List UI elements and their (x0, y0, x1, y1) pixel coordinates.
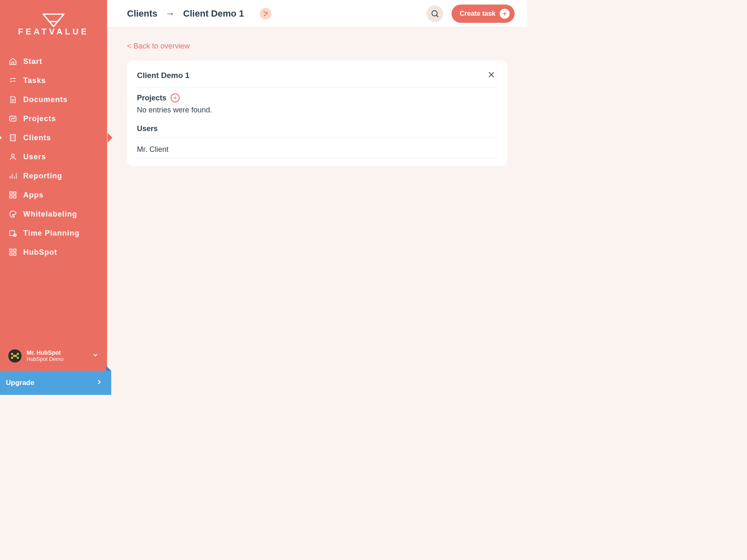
sidebar-item-clients[interactable]: Clients (0, 128, 107, 147)
projects-label: Projects (137, 94, 166, 102)
create-task-button[interactable]: Create task (452, 5, 515, 23)
breadcrumb: Clients → Client Demo 1 (127, 8, 271, 19)
user-meta: Mr. HubSpot HubSpot Demo (27, 349, 63, 363)
create-task-label: Create task (460, 10, 496, 17)
projects-section: Projects No entries were found. (137, 88, 497, 119)
breadcrumb-current: Client Demo 1 (183, 8, 244, 19)
user-name: Mr. HubSpot (27, 349, 63, 356)
search-button[interactable] (427, 5, 443, 22)
card-title: Client Demo 1 (137, 71, 190, 80)
calendar-clock-icon (8, 229, 17, 238)
hubspot-icon[interactable] (260, 8, 271, 19)
projects-icon (8, 114, 17, 123)
svg-point-12 (12, 154, 15, 157)
upgrade-button[interactable]: Upgrade (0, 371, 111, 395)
sidebar-item-label: Clients (23, 134, 51, 142)
sidebar-item-projects[interactable]: Projects (0, 109, 107, 128)
svg-rect-18 (14, 192, 16, 195)
sidebar-item-label: Users (23, 153, 46, 161)
grid-icon (8, 248, 17, 257)
users-section: Users Mr. Client (137, 119, 497, 163)
svg-rect-20 (14, 196, 16, 198)
projects-empty-text: No entries were found. (137, 106, 497, 114)
svg-rect-31 (17, 353, 19, 355)
sidebar-item-label: Reporting (23, 172, 62, 180)
sidebar-nav: Start Tasks Documents Projects Cl (0, 48, 107, 343)
sidebar-item-tasks[interactable]: Tasks (0, 71, 107, 90)
sidebar-item-time-planning[interactable]: Time Planning (0, 224, 107, 243)
svg-rect-27 (10, 253, 12, 256)
svg-rect-30 (11, 353, 13, 355)
avatar (8, 349, 22, 363)
sidebar-item-users[interactable]: Users (0, 147, 107, 166)
chevron-down-icon (92, 352, 99, 360)
chart-icon (8, 171, 17, 180)
svg-rect-5 (10, 135, 15, 141)
chevron-right-icon (95, 378, 103, 388)
sidebar-item-start[interactable]: Start (0, 52, 107, 71)
user-row-name: Mr. Client (137, 145, 168, 153)
palette-icon (8, 209, 17, 219)
svg-rect-32 (13, 355, 17, 357)
sidebar-item-hubspot[interactable]: HubSpot (0, 243, 107, 262)
active-indicator-icon (0, 134, 2, 141)
svg-line-38 (264, 12, 266, 13)
user-subtitle: HubSpot Demo (27, 356, 63, 363)
back-link[interactable]: < Back to overview (127, 42, 190, 51)
close-icon (487, 71, 496, 79)
checklist-icon (8, 76, 17, 85)
sidebar-item-label: Start (23, 57, 42, 66)
svg-rect-25 (10, 249, 12, 252)
sidebar-item-apps[interactable]: Apps (0, 185, 107, 205)
sidebar-item-label: Projects (23, 114, 56, 123)
card-header: Client Demo 1 (137, 69, 497, 88)
sidebar: FEATVALUE Start Tasks Documents P (0, 0, 107, 395)
breadcrumb-root[interactable]: Clients (127, 8, 157, 19)
svg-line-39 (264, 14, 266, 16)
sidebar-item-label: Apps (23, 191, 44, 200)
home-icon (8, 57, 17, 66)
sidebar-item-label: Documents (23, 95, 68, 104)
sidebar-item-reporting[interactable]: Reporting (0, 166, 107, 185)
svg-line-42 (436, 15, 438, 17)
svg-rect-26 (14, 249, 16, 252)
sidebar-item-whitelabeling[interactable]: Whitelabeling (0, 205, 107, 224)
grid-icon (8, 190, 17, 200)
user-menu[interactable]: Mr. HubSpot HubSpot Demo (0, 343, 107, 371)
brand-text: FEATVALUE (18, 27, 89, 36)
brand-logo[interactable]: FEATVALUE (0, 0, 107, 48)
plus-icon (173, 95, 178, 100)
svg-rect-19 (10, 196, 12, 198)
svg-rect-33 (11, 357, 13, 359)
arrow-right-icon: → (166, 8, 175, 19)
close-button[interactable] (486, 69, 497, 82)
add-project-button[interactable] (171, 93, 180, 102)
document-icon (8, 95, 17, 104)
svg-rect-34 (17, 357, 19, 359)
search-icon (430, 9, 439, 18)
sidebar-item-label: Tasks (23, 76, 46, 85)
user-row[interactable]: Mr. Client (137, 141, 497, 158)
svg-line-24 (15, 235, 16, 236)
plus-icon (500, 9, 510, 19)
svg-rect-28 (14, 253, 16, 256)
sidebar-item-label: Time Planning (23, 229, 80, 238)
main-content: < Back to overview Client Demo 1 Project… (107, 28, 527, 395)
upgrade-label: Upgrade (6, 379, 34, 387)
sidebar-item-label: Whitelabeling (23, 210, 77, 219)
svg-point-41 (432, 11, 437, 16)
user-icon (8, 152, 17, 161)
sidebar-item-documents[interactable]: Documents (0, 90, 107, 109)
users-label: Users (137, 124, 158, 133)
client-card: Client Demo 1 Projects No entries were f… (127, 61, 507, 166)
sidebar-item-label: HubSpot (23, 248, 57, 257)
svg-rect-17 (10, 192, 12, 195)
building-icon (8, 133, 17, 142)
header: Clients → Client Demo 1 Create task (107, 0, 527, 28)
